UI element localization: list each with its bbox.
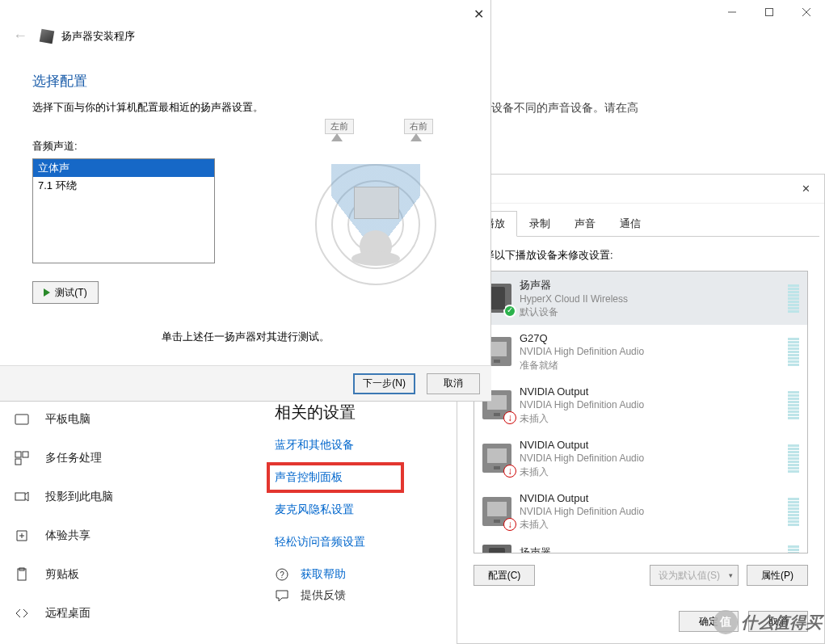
sidebar-item-label: 平板电脑 xyxy=(45,412,90,427)
related-title: 相关的设置 xyxy=(275,402,452,423)
unplugged-icon: ↓ xyxy=(503,518,516,531)
link-bluetooth[interactable]: 蓝牙和其他设备 xyxy=(275,438,452,452)
test-button[interactable]: 测试(T) xyxy=(32,281,99,304)
svg-rect-1 xyxy=(766,9,773,16)
share-icon xyxy=(15,528,29,543)
watermark-icon: 值 xyxy=(713,610,738,634)
window-controls xyxy=(713,0,825,24)
sidebar-item-project[interactable]: 投影到此电脑 xyxy=(8,478,250,516)
highlight-sound-control-panel: 声音控制面板 xyxy=(267,462,404,493)
device-sub: NVIDIA High Definition Audio xyxy=(520,345,780,358)
channel-option-71[interactable]: 7.1 环绕 xyxy=(33,177,214,195)
sidebar-item-label: 多任务处理 xyxy=(45,451,102,465)
device-row[interactable]: 扬声器Realtek(R) Audio xyxy=(474,538,807,554)
label-left-front: 左前 xyxy=(325,119,354,134)
section-desc: 选择下面与你的计算机配置最相近的扬声器设置。 xyxy=(32,100,458,115)
device-info: NVIDIA OutputNVIDIA High Definition Audi… xyxy=(520,491,780,532)
properties-button[interactable]: 属性(P) xyxy=(747,565,808,586)
speaker-icon xyxy=(482,545,511,554)
device-sub: NVIDIA High Definition Audio xyxy=(520,452,780,465)
get-help-link[interactable]: ? 获取帮助 xyxy=(275,567,452,582)
feedback-link[interactable]: 提供反馈 xyxy=(275,588,452,603)
device-row[interactable]: ↓NVIDIA OutputNVIDIA High Definition Aud… xyxy=(474,431,807,485)
sidebar-item-label: 投影到此电脑 xyxy=(45,490,113,504)
close-button[interactable] xyxy=(788,0,825,24)
cancel-button[interactable]: 取消 xyxy=(427,373,480,394)
channel-option-stereo[interactable]: 立体声 xyxy=(33,159,214,177)
desk-icon xyxy=(354,187,399,219)
device-name: NVIDIA Output xyxy=(520,491,780,506)
remote-icon xyxy=(15,606,29,621)
play-icon xyxy=(44,288,50,297)
svg-rect-8 xyxy=(15,493,25,500)
device-name: 扬声器 xyxy=(520,545,780,554)
device-name: G27Q xyxy=(520,331,780,346)
device-status: 默认设备 xyxy=(520,305,780,318)
level-meter xyxy=(788,497,799,526)
svg-rect-6 xyxy=(23,452,28,457)
device-sub: NVIDIA High Definition Audio xyxy=(520,505,780,518)
device-info: NVIDIA OutputNVIDIA High Definition Audi… xyxy=(520,385,780,425)
close-icon[interactable]: ✕ xyxy=(802,183,816,195)
next-button[interactable]: 下一步(N) xyxy=(353,373,415,394)
label-right-front: 右前 xyxy=(404,119,433,134)
set-default-button[interactable]: 设为默认值(S) xyxy=(650,565,739,586)
device-row[interactable]: ↓NVIDIA OutputNVIDIA High Definition Aud… xyxy=(474,378,807,431)
settings-sidebar: 平板电脑 多任务处理 投影到此电脑 体验共享 剪贴板 远程桌面 xyxy=(8,400,250,633)
multitask-icon xyxy=(15,451,29,465)
sound-dialog-title: 声 xyxy=(465,182,802,196)
device-list[interactable]: 扬声器HyperX Cloud II Wireless默认设备G27QNVIDI… xyxy=(474,271,808,554)
wizard-title: 扬声器安装程序 xyxy=(61,29,135,44)
sidebar-item-tablet[interactable]: 平板电脑 xyxy=(8,400,250,439)
tab-comm[interactable]: 通信 xyxy=(608,211,653,237)
device-row[interactable]: G27QNVIDIA High Definition Audio准备就绪 xyxy=(474,325,807,378)
tab-sound[interactable]: 声音 xyxy=(562,211,608,237)
device-name: 扬声器 xyxy=(520,278,780,293)
watermark-text: 什么值得买 xyxy=(741,612,822,633)
help-icon: ? xyxy=(275,567,289,582)
wizard-footer: 下一步(N) 取消 xyxy=(0,365,491,401)
unplugged-icon: ↓ xyxy=(503,465,516,478)
close-icon[interactable]: ✕ xyxy=(474,6,484,22)
sidebar-item-share[interactable]: 体验共享 xyxy=(8,516,250,555)
project-icon xyxy=(15,490,29,504)
configure-button[interactable]: 配置(C) xyxy=(474,565,535,586)
speaker-setup-wizard: ✕ ← 扬声器安装程序 选择配置 选择下面与你的计算机配置最相近的扬声器设置。 … xyxy=(0,0,491,402)
speaker-left-icon[interactable] xyxy=(331,133,343,141)
maximize-button[interactable] xyxy=(751,0,788,24)
device-row[interactable]: 扬声器HyperX Cloud II Wireless默认设备 xyxy=(474,271,807,325)
sidebar-item-label: 远程桌面 xyxy=(45,606,90,621)
device-status: 准备就绪 xyxy=(520,359,780,372)
sound-tabs: 播放 录制 声音 通信 xyxy=(462,204,819,237)
device-status: 未插入 xyxy=(520,412,780,425)
sidebar-item-label: 剪贴板 xyxy=(45,567,79,582)
link-mic-privacy[interactable]: 麦克风隐私设置 xyxy=(275,503,452,517)
feedback-label: 提供反馈 xyxy=(301,588,346,603)
level-meter xyxy=(788,337,799,366)
monitor-icon: ↓ xyxy=(482,444,511,473)
svg-rect-5 xyxy=(15,452,21,457)
test-label: 测试(T) xyxy=(55,286,86,300)
watermark: 值 什么值得买 xyxy=(713,610,822,634)
speaker-illustration: 左前 右前 xyxy=(291,117,469,287)
tablet-icon xyxy=(15,412,29,427)
wizard-icon xyxy=(40,28,55,44)
device-name: NVIDIA Output xyxy=(520,385,780,399)
device-row[interactable]: ↓NVIDIA OutputNVIDIA High Definition Aud… xyxy=(474,485,807,538)
sidebar-item-clipboard[interactable]: 剪贴板 xyxy=(8,555,250,594)
link-sound-control-panel[interactable]: 声音控制面板 xyxy=(275,470,396,485)
channel-list[interactable]: 立体声 7.1 环绕 xyxy=(32,158,215,263)
device-status: 未插入 xyxy=(520,465,780,478)
back-icon[interactable]: ← xyxy=(8,27,32,44)
unplugged-icon: ↓ xyxy=(503,411,516,424)
minimize-button[interactable] xyxy=(713,0,751,24)
sidebar-item-multitask[interactable]: 多任务处理 xyxy=(8,439,250,478)
svg-rect-7 xyxy=(15,459,21,465)
device-sub: NVIDIA High Definition Audio xyxy=(520,398,780,411)
svg-text:?: ? xyxy=(280,570,284,579)
speaker-right-icon[interactable] xyxy=(410,133,422,141)
link-ease-audio[interactable]: 轻松访问音频设置 xyxy=(275,535,452,549)
tab-record[interactable]: 录制 xyxy=(517,211,562,237)
sidebar-item-label: 体验共享 xyxy=(45,528,90,543)
sidebar-item-remote[interactable]: 远程桌面 xyxy=(8,594,250,633)
